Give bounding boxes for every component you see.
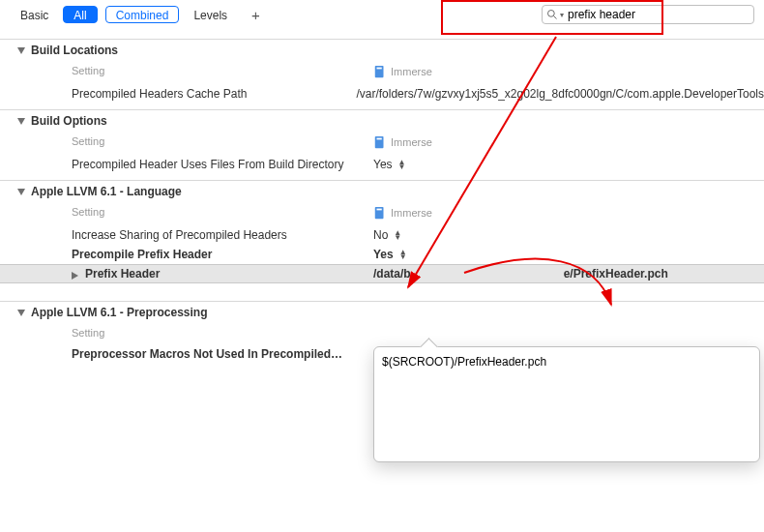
table-row[interactable]: Precompiled Header Uses Files From Build…	[0, 155, 764, 174]
layout-segment: Combined Levels	[105, 6, 238, 23]
value-edit-textarea[interactable]	[382, 355, 751, 454]
table-row-prefix-header[interactable]: Prefix Header /data/b e/PrefixHeader.pch	[0, 264, 764, 283]
svg-point-0	[548, 11, 555, 17]
column-target-label: Immerse	[391, 66, 432, 77]
project-icon	[373, 206, 387, 220]
setting-value-text: No	[373, 228, 388, 242]
section-build-locations[interactable]: Build Locations	[0, 39, 764, 61]
section-title: Apple LLVM 6.1 - Language	[31, 185, 182, 198]
setting-key: Increase Sharing of Precompiled Headers	[0, 228, 373, 242]
section-title: Build Options	[31, 114, 107, 128]
section-llvm-language[interactable]: Apple LLVM 6.1 - Language	[0, 180, 764, 202]
table-row[interactable]: Increase Sharing of Precompiled Headers …	[0, 225, 764, 245]
column-setting-label: Setting	[0, 65, 373, 78]
settings-table: Build Locations Setting Immerse Precompi…	[0, 39, 764, 364]
setting-value-text: Yes	[373, 158, 393, 171]
search-input[interactable]	[568, 8, 749, 21]
stepper-icon[interactable]: ▲▼	[394, 230, 401, 240]
setting-value[interactable]: Yes ▲▼	[373, 158, 764, 171]
search-menu-chevron-icon[interactable]: ▾	[560, 11, 564, 19]
setting-value[interactable]: /data/b e/PrefixHeader.pch	[373, 267, 764, 281]
disclosure-triangle-icon[interactable]	[17, 118, 25, 125]
layout-combined[interactable]: Combined	[105, 6, 180, 23]
section-build-options[interactable]: Build Options	[0, 109, 764, 132]
setting-value-text-left: /data/b	[373, 267, 411, 281]
setting-value[interactable]: /var/folders/7w/gzvxy1xj5s5_x2g02lg_8dfc…	[356, 87, 764, 101]
stepper-icon[interactable]: ▲▼	[399, 250, 407, 259]
layout-levels[interactable]: Levels	[183, 6, 238, 23]
add-setting-button[interactable]: +	[246, 7, 266, 23]
column-target: Immerse	[373, 206, 764, 220]
disclosure-triangle-icon[interactable]	[17, 310, 25, 316]
disclosure-triangle-icon[interactable]	[17, 189, 25, 195]
column-setting-label: Setting	[0, 206, 373, 220]
svg-rect-3	[377, 68, 382, 70]
setting-key: Precompiled Header Uses Files From Build…	[0, 158, 373, 171]
column-headers: Setting Immerse	[0, 202, 764, 225]
disclosure-triangle-icon[interactable]	[17, 47, 25, 54]
column-setting-label: Setting	[0, 135, 373, 149]
scope-segment: Basic All	[10, 6, 98, 23]
svg-rect-7	[377, 209, 382, 211]
section-llvm-preprocessing[interactable]: Apple LLVM 6.1 - Preprocessing	[0, 301, 764, 323]
setting-value[interactable]: Yes ▲▼	[373, 248, 764, 261]
svg-line-1	[554, 16, 557, 19]
column-target-label: Immerse	[391, 136, 432, 148]
column-target-label: Immerse	[391, 207, 432, 219]
section-title: Apple LLVM 6.1 - Preprocessing	[31, 306, 207, 319]
scope-basic[interactable]: Basic	[10, 6, 59, 23]
column-target: Immerse	[373, 135, 764, 149]
setting-value-text-right: e/PrefixHeader.pch	[564, 267, 668, 281]
setting-value[interactable]: No ▲▼	[373, 228, 764, 242]
project-icon	[373, 135, 387, 149]
stepper-icon[interactable]: ▲▼	[398, 160, 406, 169]
search-field[interactable]: ▾	[542, 5, 754, 24]
column-headers: Setting	[0, 323, 764, 344]
setting-key: Precompile Prefix Header	[0, 248, 373, 261]
section-title: Build Locations	[31, 44, 118, 57]
column-headers: Setting Immerse	[0, 61, 764, 84]
scope-all[interactable]: All	[63, 6, 97, 23]
svg-rect-5	[377, 138, 382, 140]
column-headers: Setting Immerse	[0, 132, 764, 155]
table-row[interactable]: Precompiled Headers Cache Path /var/fold…	[0, 84, 764, 103]
column-target	[373, 327, 764, 339]
toolbar: Basic All Combined Levels + ▾	[0, 0, 764, 29]
project-icon	[373, 65, 387, 78]
setting-key: Preprocessor Macros Not Used In Precompi…	[0, 347, 373, 361]
column-target: Immerse	[373, 65, 764, 78]
search-icon	[546, 9, 558, 20]
setting-key: Prefix Header	[0, 267, 373, 281]
table-row[interactable]: Precompile Prefix Header Yes ▲▼	[0, 245, 764, 264]
setting-value-text: Yes	[373, 248, 394, 261]
setting-key: Precompiled Headers Cache Path	[0, 87, 356, 101]
value-edit-popover[interactable]	[373, 346, 760, 462]
column-setting-label: Setting	[0, 327, 373, 339]
